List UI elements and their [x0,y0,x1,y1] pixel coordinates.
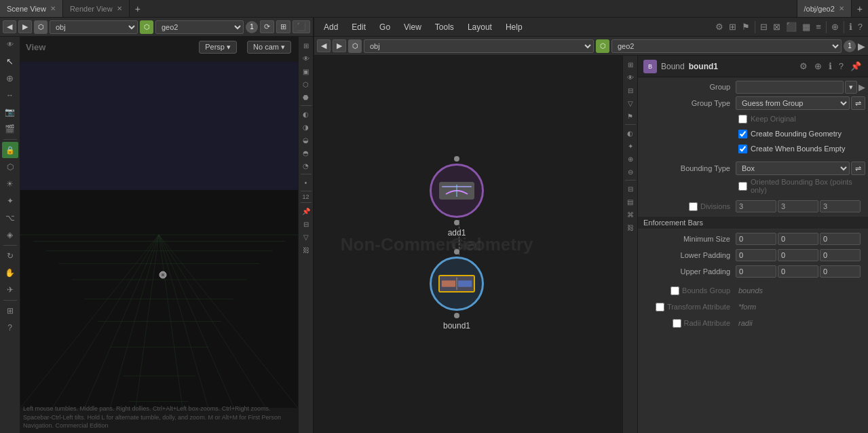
upper-padding-val3[interactable]: 0 [820,265,861,278]
tab-render-view[interactable]: Render View ✕ [63,0,130,17]
nav-forward-button[interactable]: ▶ [18,20,32,33]
rp-path-dropdown[interactable]: obj [364,39,594,53]
render-tool-btn[interactable]: 🎬 [2,121,18,137]
node-bound1[interactable]: bound1 [430,249,484,331]
rp-layout3-btn[interactable]: ⬛ [783,20,799,33]
menu-view[interactable]: View [397,20,428,34]
select-tool-btn[interactable]: ↖ [2,53,18,69]
rp-nav-forward-btn[interactable]: ▶ [333,39,346,52]
rp-layout2-btn[interactable]: ⊠ [770,20,783,33]
menu-layout[interactable]: Layout [461,20,499,34]
dot-btn[interactable]: • [300,176,312,189]
path-dropdown[interactable]: obj [50,20,138,34]
rp-settings-btn[interactable]: ⚙ [713,20,726,33]
bone-btn[interactable]: ⌥ [2,210,18,226]
rp-arrow-right-btn[interactable]: ▶ [858,41,865,52]
menu-tools[interactable]: Tools [428,20,461,34]
wire-btn[interactable]: ⬡ [300,78,312,90]
fly-btn[interactable]: ✈ [2,282,18,298]
display-btn[interactable]: ⬛ [293,20,310,33]
min-size-val3[interactable]: 0 [820,233,861,245]
pan-btn[interactable]: ✋ [2,265,18,281]
radii-attr-checkbox[interactable] [673,319,681,328]
transform-attr-checkbox[interactable] [656,303,664,312]
nsi-btn12[interactable]: ⌘ [624,208,637,221]
rp-question-btn[interactable]: ? [855,20,865,33]
geo2-close-icon[interactable]: ✕ [839,5,844,12]
group-input[interactable] [736,81,844,94]
nsi-btn8[interactable]: ⊕ [624,153,637,165]
nsi-btn5[interactable]: ⚑ [624,110,637,122]
props-question-btn[interactable]: ? [837,60,845,73]
render-view-close-icon[interactable]: ✕ [117,5,122,12]
menu-edit[interactable]: Edit [345,20,373,34]
node-bound1-circle[interactable] [430,257,484,311]
add-tab-right-button[interactable]: + [852,0,868,17]
transform-tool-btn[interactable]: ↔ [2,87,18,103]
keep-original-checkbox[interactable] [738,115,747,124]
help-btn[interactable]: ? [2,320,18,336]
rp-geo2-dropdown[interactable]: geo2 [611,39,842,53]
nsi-btn13[interactable]: ⛓ [624,221,637,233]
vis-btn[interactable]: 👁 [300,52,312,64]
tab-scene-view[interactable]: Scene View ✕ [0,0,63,17]
r-btn4[interactable]: ◓ [300,147,312,159]
rp-nav-back-btn[interactable]: ◀ [317,39,331,52]
group-type-select[interactable]: Guess from Group [736,96,850,110]
menu-add[interactable]: Add [317,20,345,34]
group-type-arrow-btn[interactable]: ⇌ [851,96,865,110]
bounding-type-select[interactable]: Box [736,162,850,175]
scene-view-close-icon[interactable]: ✕ [50,5,56,12]
divisions-val2[interactable]: 3 [778,200,818,212]
min-size-val1[interactable]: 0 [736,233,776,245]
light-btn[interactable]: ☀ [2,176,18,192]
pin-btn[interactable]: 📌 [300,205,312,217]
rp-info-btn[interactable]: ℹ [846,20,855,33]
snap-toggle-btn[interactable]: ⊞ [300,39,312,52]
tab-geo2[interactable]: /obj/geo2 ✕ [797,0,852,17]
lower-padding-val2[interactable]: 0 [778,249,818,261]
shading-btn[interactable]: ▣ [300,65,312,77]
divisions-val1[interactable]: 3 [736,200,776,212]
create-when-checkbox[interactable] [738,145,747,153]
r-btn1[interactable]: ◐ [300,108,312,120]
nsi-btn10[interactable]: ⊟ [624,183,637,195]
nsi-btn4[interactable]: ▽ [624,97,637,109]
vol-btn[interactable]: ◈ [2,227,18,243]
add-tab-left-button[interactable]: + [130,0,146,17]
group-arrow-btn[interactable]: ▶ [858,81,865,94]
geo-btn[interactable]: ⬡ [2,159,18,175]
nsi-btn3[interactable]: ⊟ [624,84,637,96]
bounds-group-checkbox[interactable] [671,286,679,295]
filter-btn[interactable]: ▽ [300,231,312,243]
nsi-btn1[interactable]: ⊞ [624,58,637,71]
upper-padding-val2[interactable]: 0 [778,265,818,278]
nsi-btn7[interactable]: ✦ [624,140,637,152]
nsi-btn11[interactable]: ▤ [624,195,637,208]
props-pin-btn[interactable]: 📌 [849,60,863,73]
lower-padding-val1[interactable]: 0 [736,249,776,261]
r-btn2[interactable]: ◑ [300,121,312,133]
camera-tool-btn[interactable]: 📷 [2,104,18,120]
geo2-dropdown[interactable]: geo2 [155,20,244,34]
select2-tool-btn[interactable]: ⊕ [2,70,18,86]
props-settings-btn[interactable]: ⚙ [798,60,809,73]
nsi-btn2[interactable]: 👁 [624,71,637,83]
menu-help[interactable]: Help [499,20,529,34]
rp-layout5-btn[interactable]: ≡ [813,20,824,33]
particle-btn[interactable]: ✦ [2,193,18,209]
bounding-type-arrow-btn[interactable]: ⇌ [851,162,865,175]
transform-attr-input[interactable] [736,301,865,312]
chain-btn[interactable]: ⛓ [300,244,312,256]
lock-btn[interactable]: 🔒 [2,142,18,158]
node-add1-circle[interactable] [430,164,484,218]
menu-go[interactable]: Go [373,20,397,34]
upper-padding-val1[interactable]: 0 [736,265,776,278]
rp-layout1-btn[interactable]: ⊟ [757,20,770,33]
rp-net-btn[interactable]: ⊞ [726,20,739,33]
orbit-btn[interactable]: ⟳ [260,20,274,33]
tumble-btn[interactable]: ↻ [2,248,18,264]
rp-flag-btn[interactable]: ⚑ [739,20,753,33]
nocam-button[interactable]: No cam ▾ [247,41,291,54]
props-zoom-btn[interactable]: ⊕ [813,60,823,73]
